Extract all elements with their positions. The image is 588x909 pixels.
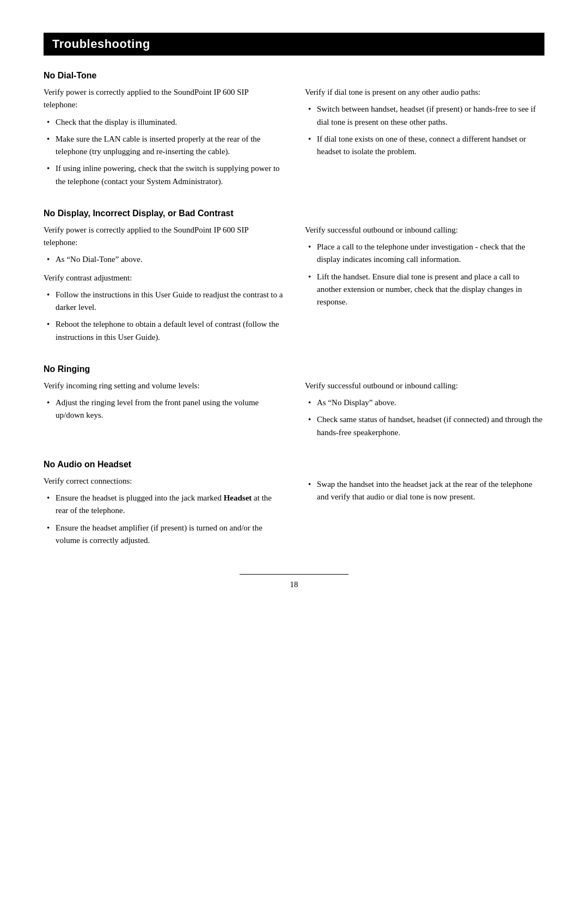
left-bullets-no-dial-tone: Check that the display is illuminated. M… bbox=[44, 116, 283, 188]
col-left-no-dial-tone: Verify power is correctly applied to the… bbox=[44, 86, 283, 193]
list-item: Reboot the telephone to obtain a default… bbox=[44, 318, 283, 344]
subsection-no-audio-headset: No Audio on Headset Verify correct conne… bbox=[44, 460, 544, 552]
list-item: Adjust the ringing level from the front … bbox=[44, 396, 283, 422]
list-item: If dial tone exists on one of these, con… bbox=[305, 133, 544, 158]
list-item: Place a call to the telephone under inve… bbox=[305, 241, 544, 266]
two-col-no-display: Verify power is correctly applied to the… bbox=[44, 224, 544, 349]
subsection-no-display: No Display, Incorrect Display, or Bad Co… bbox=[44, 209, 544, 349]
left-bullets-no-ringing: Adjust the ringing level from the front … bbox=[44, 396, 283, 422]
col-right-no-dial-tone: Verify if dial tone is present on any ot… bbox=[305, 86, 544, 193]
page-divider bbox=[240, 574, 348, 575]
left-intro2-no-display: Verify contrast adjustment: bbox=[44, 272, 283, 284]
right-intro-no-ringing: Verify successful outbound or inbound ca… bbox=[305, 380, 544, 392]
subsection-title-no-audio-headset: No Audio on Headset bbox=[44, 460, 544, 469]
left-intro-no-audio-headset: Verify correct connections: bbox=[44, 475, 283, 487]
page-number: 18 bbox=[44, 580, 544, 589]
list-item: Lift the handset. Ensure dial tone is pr… bbox=[305, 271, 544, 309]
right-bullets-no-ringing: As “No Display” above. Check same status… bbox=[305, 396, 544, 439]
two-col-no-dial-tone: Verify power is correctly applied to the… bbox=[44, 86, 544, 193]
list-item: As “No Dial-Tone” above. bbox=[44, 253, 283, 266]
list-item: If using inline powering, check that the… bbox=[44, 162, 283, 188]
right-intro-no-dial-tone: Verify if dial tone is present on any ot… bbox=[305, 86, 544, 99]
list-item: Swap the handset into the headset jack a… bbox=[305, 478, 544, 504]
right-bullets-no-display: Place a call to the telephone under inve… bbox=[305, 241, 544, 308]
col-left-no-display: Verify power is correctly applied to the… bbox=[44, 224, 283, 349]
list-item: Ensure the headset amplifier (if present… bbox=[44, 522, 283, 547]
list-item: Switch between handset, headset (if pres… bbox=[305, 103, 544, 129]
col-right-no-ringing: Verify successful outbound or inbound ca… bbox=[305, 380, 544, 444]
left-bullets-no-audio-headset: Ensure the headset is plugged into the j… bbox=[44, 492, 283, 547]
left-intro-no-dial-tone: Verify power is correctly applied to the… bbox=[44, 86, 283, 112]
subsection-no-dial-tone: No Dial-Tone Verify power is correctly a… bbox=[44, 71, 544, 193]
left-intro-no-display: Verify power is correctly applied to the… bbox=[44, 224, 283, 249]
subsection-title-no-dial-tone: No Dial-Tone bbox=[44, 71, 544, 81]
list-item: Make sure the LAN cable is inserted prop… bbox=[44, 133, 283, 158]
col-left-no-ringing: Verify incoming ring setting and volume … bbox=[44, 380, 283, 444]
list-item: Check same status of handset, headset (i… bbox=[305, 413, 544, 439]
right-bullets-no-dial-tone: Switch between handset, headset (if pres… bbox=[305, 103, 544, 158]
left-bullets-b-no-display: Follow the instructions in this User Gui… bbox=[44, 289, 283, 344]
right-intro-no-display: Verify successful outbound or inbound ca… bbox=[305, 224, 544, 236]
list-item: Follow the instructions in this User Gui… bbox=[44, 289, 283, 314]
right-bullets-no-audio-headset: Swap the handset into the headset jack a… bbox=[305, 478, 544, 504]
col-left-no-audio-headset: Verify correct connections: Ensure the h… bbox=[44, 475, 283, 552]
section-header: Troubleshooting bbox=[44, 33, 544, 56]
subsection-title-no-ringing: No Ringing bbox=[44, 364, 544, 374]
list-item: As “No Display” above. bbox=[305, 396, 544, 409]
subsection-title-no-display: No Display, Incorrect Display, or Bad Co… bbox=[44, 209, 544, 218]
two-col-no-audio-headset: Verify correct connections: Ensure the h… bbox=[44, 475, 544, 552]
list-item: Check that the display is illuminated. bbox=[44, 116, 283, 129]
col-right-no-audio-headset: Swap the handset into the headset jack a… bbox=[305, 475, 544, 552]
list-item: Ensure the headset is plugged into the j… bbox=[44, 492, 283, 517]
col-right-no-display: Verify successful outbound or inbound ca… bbox=[305, 224, 544, 349]
left-bullets-a-no-display: As “No Dial-Tone” above. bbox=[44, 253, 283, 266]
left-intro-no-ringing: Verify incoming ring setting and volume … bbox=[44, 380, 283, 392]
page-container: Troubleshooting No Dial-Tone Verify powe… bbox=[44, 33, 544, 589]
subsection-no-ringing: No Ringing Verify incoming ring setting … bbox=[44, 364, 544, 444]
two-col-no-ringing: Verify incoming ring setting and volume … bbox=[44, 380, 544, 444]
